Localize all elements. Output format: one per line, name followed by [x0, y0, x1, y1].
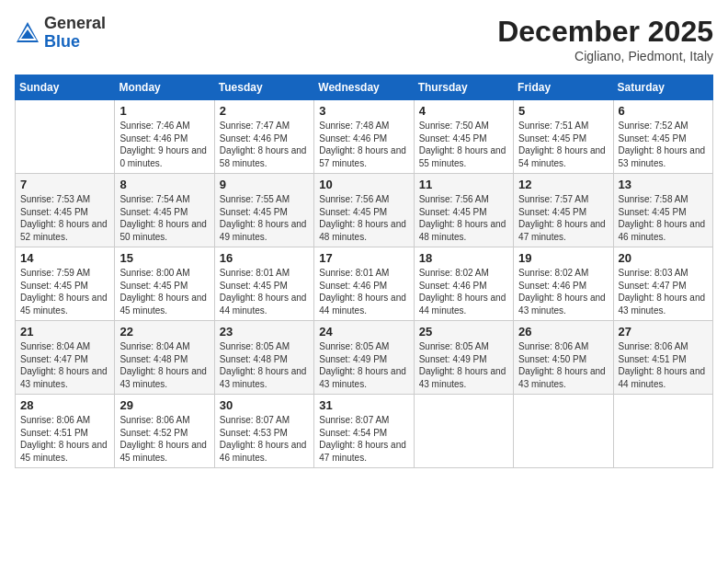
- day-number: 30: [220, 398, 309, 412]
- day-number: 10: [319, 178, 408, 191]
- column-header-monday: Monday: [115, 75, 214, 100]
- day-number: 20: [619, 251, 708, 265]
- calendar-cell: 28Sunrise: 8:06 AMSunset: 4:51 PMDayligh…: [16, 395, 115, 468]
- calendar-cell: 30Sunrise: 8:07 AMSunset: 4:53 PMDayligh…: [214, 395, 313, 468]
- day-number: 29: [119, 398, 209, 412]
- day-number: 22: [119, 325, 209, 339]
- calendar-cell: 14Sunrise: 7:59 AMSunset: 4:45 PMDayligh…: [16, 247, 115, 321]
- title-block: December 2025 Cigliano, Piedmont, Italy: [497, 15, 713, 63]
- cell-info: Sunrise: 8:02 AMSunset: 4:46 PMDaylight:…: [419, 267, 508, 316]
- calendar-cell: 3Sunrise: 7:48 AMSunset: 4:46 PMDaylight…: [314, 100, 414, 174]
- cell-info: Sunrise: 8:01 AMSunset: 4:45 PMDaylight:…: [220, 267, 309, 316]
- calendar-cell: 16Sunrise: 8:01 AMSunset: 4:45 PMDayligh…: [214, 247, 313, 321]
- calendar-cell: 26Sunrise: 8:06 AMSunset: 4:50 PMDayligh…: [514, 321, 613, 395]
- logo-general-text: General: [44, 15, 106, 33]
- cell-info: Sunrise: 7:53 AMSunset: 4:45 PMDaylight:…: [20, 193, 109, 243]
- cell-info: Sunrise: 8:05 AMSunset: 4:49 PMDaylight:…: [319, 340, 408, 390]
- cell-info: Sunrise: 8:05 AMSunset: 4:49 PMDaylight:…: [419, 340, 508, 390]
- cell-info: Sunrise: 8:04 AMSunset: 4:48 PMDaylight:…: [119, 340, 209, 390]
- day-number: 26: [518, 325, 608, 339]
- calendar-cell: [414, 395, 513, 468]
- day-number: 23: [220, 325, 309, 339]
- cell-info: Sunrise: 8:01 AMSunset: 4:46 PMDaylight:…: [319, 267, 408, 316]
- day-number: 16: [220, 251, 309, 265]
- calendar-cell: 9Sunrise: 7:55 AMSunset: 4:45 PMDaylight…: [214, 174, 313, 247]
- column-header-friday: Friday: [514, 75, 613, 100]
- cell-info: Sunrise: 7:57 AMSunset: 4:45 PMDaylight:…: [518, 193, 608, 243]
- day-number: 6: [619, 104, 708, 118]
- cell-info: Sunrise: 8:06 AMSunset: 4:51 PMDaylight:…: [20, 414, 109, 464]
- cell-info: Sunrise: 7:52 AMSunset: 4:45 PMDaylight:…: [619, 120, 708, 169]
- day-number: 27: [619, 325, 708, 339]
- day-number: 14: [20, 251, 109, 265]
- cell-info: Sunrise: 7:54 AMSunset: 4:45 PMDaylight:…: [119, 193, 209, 243]
- logo-text: General Blue: [44, 15, 106, 52]
- calendar-cell: 6Sunrise: 7:52 AMSunset: 4:45 PMDaylight…: [613, 100, 712, 174]
- logo: General Blue: [15, 15, 106, 52]
- day-number: 21: [20, 325, 109, 339]
- cell-info: Sunrise: 8:07 AMSunset: 4:54 PMDaylight:…: [319, 414, 408, 464]
- calendar-cell: 31Sunrise: 8:07 AMSunset: 4:54 PMDayligh…: [314, 395, 414, 468]
- day-number: 7: [20, 178, 109, 191]
- cell-info: Sunrise: 8:06 AMSunset: 4:51 PMDaylight:…: [619, 340, 708, 390]
- calendar-cell: 7Sunrise: 7:53 AMSunset: 4:45 PMDaylight…: [16, 174, 115, 247]
- calendar-week-row: 1Sunrise: 7:46 AMSunset: 4:46 PMDaylight…: [16, 100, 713, 174]
- calendar-cell: 25Sunrise: 8:05 AMSunset: 4:49 PMDayligh…: [414, 321, 513, 395]
- cell-info: Sunrise: 8:05 AMSunset: 4:48 PMDaylight:…: [220, 340, 309, 390]
- calendar-cell: 21Sunrise: 8:04 AMSunset: 4:47 PMDayligh…: [16, 321, 115, 395]
- calendar-cell: 15Sunrise: 8:00 AMSunset: 4:45 PMDayligh…: [115, 247, 214, 321]
- day-number: 12: [518, 178, 608, 191]
- calendar-cell: 4Sunrise: 7:50 AMSunset: 4:45 PMDaylight…: [414, 100, 513, 174]
- cell-info: Sunrise: 7:51 AMSunset: 4:45 PMDaylight:…: [518, 120, 608, 169]
- cell-info: Sunrise: 7:58 AMSunset: 4:45 PMDaylight:…: [619, 193, 708, 243]
- calendar-table: SundayMondayTuesdayWednesdayThursdayFrid…: [15, 75, 713, 468]
- calendar-cell: 10Sunrise: 7:56 AMSunset: 4:45 PMDayligh…: [314, 174, 414, 247]
- cell-info: Sunrise: 8:06 AMSunset: 4:52 PMDaylight:…: [119, 414, 209, 464]
- calendar-cell: [514, 395, 613, 468]
- day-number: 19: [518, 251, 608, 265]
- cell-info: Sunrise: 8:03 AMSunset: 4:47 PMDaylight:…: [619, 267, 708, 316]
- column-header-wednesday: Wednesday: [314, 75, 414, 100]
- cell-info: Sunrise: 7:55 AMSunset: 4:45 PMDaylight:…: [220, 193, 309, 243]
- calendar-cell: 18Sunrise: 8:02 AMSunset: 4:46 PMDayligh…: [414, 247, 513, 321]
- column-header-thursday: Thursday: [414, 75, 513, 100]
- calendar-cell: 20Sunrise: 8:03 AMSunset: 4:47 PMDayligh…: [613, 247, 712, 321]
- calendar-week-row: 21Sunrise: 8:04 AMSunset: 4:47 PMDayligh…: [16, 321, 713, 395]
- day-number: 4: [419, 104, 508, 118]
- day-number: 28: [20, 398, 109, 412]
- cell-info: Sunrise: 7:47 AMSunset: 4:46 PMDaylight:…: [220, 120, 309, 169]
- day-number: 8: [119, 178, 209, 191]
- calendar-cell: 5Sunrise: 7:51 AMSunset: 4:45 PMDaylight…: [514, 100, 613, 174]
- calendar-cell: 19Sunrise: 8:02 AMSunset: 4:46 PMDayligh…: [514, 247, 613, 321]
- day-number: 11: [419, 178, 508, 191]
- day-number: 18: [419, 251, 508, 265]
- calendar-cell: 8Sunrise: 7:54 AMSunset: 4:45 PMDaylight…: [115, 174, 214, 247]
- calendar-cell: 29Sunrise: 8:06 AMSunset: 4:52 PMDayligh…: [115, 395, 214, 468]
- day-number: 31: [319, 398, 408, 412]
- calendar-week-row: 7Sunrise: 7:53 AMSunset: 4:45 PMDaylight…: [16, 174, 713, 247]
- calendar-cell: [16, 100, 115, 174]
- column-header-sunday: Sunday: [16, 75, 115, 100]
- cell-info: Sunrise: 8:00 AMSunset: 4:45 PMDaylight:…: [119, 267, 209, 316]
- calendar-cell: 13Sunrise: 7:58 AMSunset: 4:45 PMDayligh…: [613, 174, 712, 247]
- logo-icon: [15, 20, 40, 46]
- month-title: December 2025: [497, 15, 713, 49]
- cell-info: Sunrise: 7:59 AMSunset: 4:45 PMDaylight:…: [20, 267, 109, 316]
- calendar-cell: 1Sunrise: 7:46 AMSunset: 4:46 PMDaylight…: [115, 100, 214, 174]
- day-number: 9: [220, 178, 309, 191]
- cell-info: Sunrise: 7:56 AMSunset: 4:45 PMDaylight:…: [419, 193, 508, 243]
- page-header: General Blue December 2025 Cigliano, Pie…: [15, 15, 713, 63]
- cell-info: Sunrise: 8:06 AMSunset: 4:50 PMDaylight:…: [518, 340, 608, 390]
- calendar-cell: 24Sunrise: 8:05 AMSunset: 4:49 PMDayligh…: [314, 321, 414, 395]
- calendar-cell: 23Sunrise: 8:05 AMSunset: 4:48 PMDayligh…: [214, 321, 313, 395]
- day-number: 5: [518, 104, 608, 118]
- calendar-header-row: SundayMondayTuesdayWednesdayThursdayFrid…: [16, 75, 713, 100]
- cell-info: Sunrise: 7:46 AMSunset: 4:46 PMDaylight:…: [119, 120, 209, 169]
- logo-blue-text: Blue: [44, 33, 106, 52]
- day-number: 1: [119, 104, 209, 118]
- calendar-cell: 17Sunrise: 8:01 AMSunset: 4:46 PMDayligh…: [314, 247, 414, 321]
- day-number: 17: [319, 251, 408, 265]
- cell-info: Sunrise: 8:07 AMSunset: 4:53 PMDaylight:…: [220, 414, 309, 464]
- location: Cigliano, Piedmont, Italy: [497, 49, 713, 63]
- column-header-tuesday: Tuesday: [214, 75, 313, 100]
